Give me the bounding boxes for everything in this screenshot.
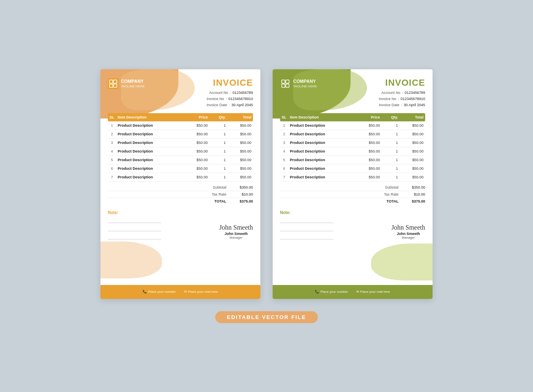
invoice-no-val-orange: 012345678910 (228, 96, 253, 102)
invoice-no-row-orange: Invoice No : 012345678910 (207, 96, 253, 102)
note-block-green: Note: (280, 210, 392, 239)
cell-total: $50.00 (400, 139, 426, 147)
account-label-orange: Account No (209, 90, 228, 96)
table-body-green: 1 Product Description $50.00 1 $50.00 2 … (280, 121, 425, 182)
cell-desc: Product Description (288, 173, 356, 182)
cell-qty: 1 (210, 121, 228, 130)
total-row-orange: TOTAL $375.00 (108, 198, 253, 205)
cell-sl: 3 (280, 139, 288, 147)
cell-qty: 1 (382, 121, 400, 130)
cell-total: $50.00 (400, 156, 426, 164)
footer-phone-green: 📞 Place your number (315, 290, 348, 294)
sig-title-orange: Manager (219, 236, 253, 239)
note-line-3-orange (108, 234, 161, 239)
table-row: 7 Product Description $50.00 1 $50.00 (108, 173, 253, 182)
invoice-title-orange: INVOICE (207, 78, 253, 87)
cell-desc: Product Description (116, 139, 184, 147)
invoice-no-sep-orange: : (226, 96, 227, 102)
card-content-orange: COMPANY TAGLINE HERE INVOICE Account No … (100, 69, 260, 260)
cell-price: $50.00 (356, 173, 381, 182)
th-desc-green: Item Description (288, 113, 356, 121)
cell-desc: Product Description (116, 130, 184, 139)
cell-price: $50.00 (184, 121, 209, 130)
th-sl-orange: SL (108, 113, 116, 121)
table-wrapper-green: SL Item Description Price Qty. Total 1 P… (280, 113, 425, 182)
account-val-green: 0123456789 (405, 90, 425, 96)
cell-sl: 6 (108, 164, 116, 173)
footer-email-text-green: Place your mail here (360, 290, 390, 294)
cell-desc: Product Description (116, 121, 184, 130)
cell-sl: 5 (280, 156, 288, 164)
note-sig-green: Note: John Smeeth John Smeeth Manager (280, 210, 425, 239)
cell-price: $50.00 (356, 147, 381, 156)
cell-total: $50.00 (228, 173, 253, 182)
cell-price: $50.00 (184, 130, 209, 139)
cell-qty: 1 (210, 164, 228, 173)
account-row-green: Account No : 0123456789 (379, 90, 425, 96)
cell-desc: Product Description (288, 164, 356, 173)
table-row: 5 Product Description $50.00 1 $50.00 (280, 156, 425, 164)
invoice-date-row-orange: Invoice Date : 30 April 2045 (207, 102, 253, 108)
th-desc-orange: Item Description (116, 113, 184, 121)
email-icon-orange: ✉ (184, 290, 187, 294)
cell-total: $50.00 (400, 164, 426, 173)
note-line-1-orange (108, 217, 161, 223)
cell-desc: Product Description (116, 156, 184, 164)
cell-total: $50.00 (228, 121, 253, 130)
table-row: 6 Product Description $50.00 1 $50.00 (280, 164, 425, 173)
invoice-card-orange: COMPANY TAGLINE HERE INVOICE Account No … (100, 69, 260, 299)
cell-sl: 4 (108, 147, 116, 156)
note-line-3-green (280, 234, 333, 239)
cell-total: $50.00 (228, 147, 253, 156)
company-logo-green: COMPANY TAGLINE HERE (280, 78, 317, 89)
th-price-green: Price (356, 113, 381, 121)
note-label-orange: Note: (108, 210, 219, 215)
cell-desc: Product Description (288, 139, 356, 147)
note-sig-orange: Note: John Smeeth John Smeeth Manager (108, 210, 253, 239)
th-price-orange: Price (184, 113, 209, 121)
table-row: 5 Product Description $50.00 1 $50.00 (108, 156, 253, 164)
account-row-orange: Account No : 0123456789 (207, 90, 253, 96)
sig-name-green: John Smeeth (392, 232, 425, 236)
table-row: 2 Product Description $50.00 1 $50.00 (280, 130, 425, 139)
invoice-title-green: INVOICE (379, 78, 425, 87)
footer-bar-green: 📞 Place your number ✉ Place your mail he… (273, 285, 433, 299)
note-lines-green (280, 217, 392, 239)
invoice-date-row-green: Invoice Date : 30 April 2045 (379, 102, 425, 108)
cell-price: $50.00 (184, 147, 209, 156)
cell-sl: 7 (280, 173, 288, 182)
cell-desc: Product Description (116, 147, 184, 156)
email-icon-green: ✉ (356, 290, 359, 294)
company-name-green: COMPANY (293, 79, 317, 84)
cell-sl: 4 (280, 147, 288, 156)
invoice-date-label-green: Invoice Date (379, 102, 399, 108)
table-row: 7 Product Description $50.00 1 $50.00 (280, 173, 425, 182)
cell-sl: 6 (280, 164, 288, 173)
subtotal-val-green: $350.00 (403, 185, 425, 189)
subtotal-label-orange: Subtotal (198, 185, 230, 189)
tax-label-green: Tax Rate (370, 192, 403, 196)
table-row: 3 Product Description $50.00 1 $50.00 (280, 139, 425, 147)
cell-qty: 1 (382, 139, 400, 147)
invoice-title-block-green: INVOICE Account No : 0123456789 Invoice … (379, 78, 425, 109)
invoice-no-row-green: Invoice No : 012345678910 (379, 96, 425, 102)
table-wrapper-orange: SL Item Description Price Qty. Total 1 P… (108, 113, 253, 182)
total-row-green: TOTAL $375.00 (280, 198, 425, 205)
totals-green: Subtotal $350.00 Tax Rate $10.00 TOTAL $… (280, 184, 425, 205)
invoice-table-orange: SL Item Description Price Qty. Total 1 P… (108, 113, 253, 182)
footer-phone-orange: 📞 Place your number (143, 290, 175, 294)
subtotal-row-green: Subtotal $350.00 (280, 184, 425, 191)
account-label-green: Account No (381, 90, 401, 96)
cell-price: $50.00 (184, 156, 209, 164)
cell-sl: 2 (280, 130, 288, 139)
invoice-no-val-green: 012345678910 (401, 96, 425, 102)
table-row: 6 Product Description $50.00 1 $50.00 (108, 164, 253, 173)
table-head-orange: SL Item Description Price Qty. Total (108, 113, 253, 121)
bottom-label: EDITABLE VECTOR FILE (215, 311, 317, 323)
cell-total: $50.00 (400, 130, 426, 139)
cell-qty: 1 (382, 156, 400, 164)
logo-icon-orange (108, 78, 118, 89)
cell-price: $50.00 (184, 173, 209, 182)
sig-name-orange: John Smeeth (219, 232, 253, 236)
cell-total: $50.00 (400, 147, 426, 156)
